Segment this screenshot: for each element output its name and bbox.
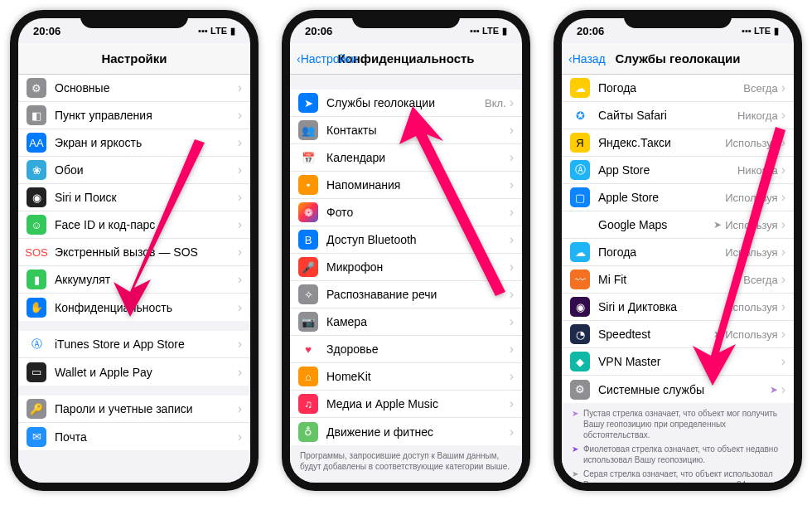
row-label: Apple Store xyxy=(598,191,725,204)
list-item[interactable]: ◧ Пункт управления › xyxy=(18,102,250,129)
phone-location: 20:06 ▪▪▪ LTE▮ ‹ Назад Службы геолокации… xyxy=(553,10,802,491)
footer-text: Программы, запросившие доступ к данным В… xyxy=(290,477,522,483)
location-arrow-icon: ➤ xyxy=(732,274,740,285)
row-label: Микрофон xyxy=(326,260,510,274)
row-label: Google Maps xyxy=(598,218,713,231)
app-icon: ◉ xyxy=(27,187,46,207)
list-item[interactable]: ➤ Службы геолокации Вкл.› xyxy=(290,90,522,117)
back-button[interactable]: ‹ Настройки xyxy=(297,52,357,66)
list-item[interactable]: ◨ Google Maps ➤Используя› xyxy=(562,211,794,239)
row-label: Медиа и Apple Music xyxy=(326,397,510,410)
list-item[interactable]: ♥ Здоровье › xyxy=(290,336,522,363)
row-label: Пароли и учетные записи xyxy=(55,402,238,415)
chevron-right-icon: › xyxy=(510,150,514,165)
list-item[interactable]: ☁ Погода Используя› xyxy=(562,239,794,266)
chevron-right-icon: › xyxy=(238,245,242,260)
list-item[interactable]: ⌂ HomeKit › xyxy=(290,363,522,391)
list-item[interactable]: ◆ VPN Master › xyxy=(562,348,794,376)
app-icon: ♥ xyxy=(298,339,318,359)
chevron-right-icon: › xyxy=(510,177,514,192)
row-value: Используя xyxy=(725,219,777,231)
list-item[interactable]: ⚙ Системные службы ➤› xyxy=(562,376,794,403)
list-item[interactable]: ☁ Погода Всегда› xyxy=(562,75,794,102)
list-item[interactable]: ▮ Аккумулят › xyxy=(18,266,250,294)
chevron-right-icon: › xyxy=(238,272,242,287)
list-item[interactable]: ✪ Сайты Safari Никогда› xyxy=(562,102,794,129)
notch xyxy=(624,10,732,28)
list-item[interactable]: ▭ Wallet и Apple Pay › xyxy=(18,358,250,386)
chevron-right-icon: › xyxy=(238,300,242,315)
row-label: Пункт управления xyxy=(55,109,238,122)
chevron-right-icon: › xyxy=(510,396,514,411)
row-value: Всегда xyxy=(743,82,777,95)
chevron-right-icon: › xyxy=(238,365,242,380)
time: 20:06 xyxy=(305,25,332,37)
list-item[interactable]: ✋ Конфиденциальность › xyxy=(18,294,250,321)
chevron-right-icon: › xyxy=(781,272,785,287)
app-icon: ♫ xyxy=(298,394,318,414)
list-item[interactable]: ❀ Обои › xyxy=(18,157,250,184)
privacy-list[interactable]: ➤ Службы геолокации Вкл.› 👥 Контакты › 📅… xyxy=(290,75,522,483)
list-item[interactable]: ⚙ Основные › xyxy=(18,75,250,102)
app-icon: ☺ xyxy=(27,215,46,235)
list-item[interactable]: Я Яндекс.Такси Используя› xyxy=(562,129,794,157)
app-icon: ✧ xyxy=(298,284,318,304)
app-icon: 👥 xyxy=(298,120,318,140)
chevron-right-icon: › xyxy=(781,327,785,342)
back-button[interactable]: ‹ Назад xyxy=(568,52,606,66)
list-item[interactable]: ☺ Face ID и код-парс › xyxy=(18,211,250,239)
chevron-right-icon: › xyxy=(510,95,514,110)
chevron-right-icon: › xyxy=(781,80,785,95)
settings-list[interactable]: ⚙ Основные › ◧ Пункт управления › AA Экр… xyxy=(18,75,250,483)
row-label: Фото xyxy=(326,206,510,219)
app-icon: 🎤 xyxy=(298,257,318,277)
list-item[interactable]: 👥 Контакты › xyxy=(290,117,522,144)
row-label: Основные xyxy=(55,81,238,95)
row-label: Камера xyxy=(326,315,510,328)
list-item[interactable]: ♫ Медиа и Apple Music › xyxy=(290,391,522,418)
list-item[interactable]: ✉ Почта › xyxy=(18,423,250,450)
list-item[interactable]: AA Экран и яркость › xyxy=(18,129,250,157)
row-label: Распознавание речи xyxy=(326,288,510,301)
notch xyxy=(80,10,188,28)
row-label: Движение и фитнес xyxy=(326,425,510,439)
chevron-right-icon: › xyxy=(238,190,242,205)
list-item[interactable]: 〰 Mi Fit ➤Всегда› xyxy=(562,266,794,294)
app-icon: ♁ xyxy=(298,422,318,442)
list-item[interactable]: SOS Экстренный вызов — SOS › xyxy=(18,239,250,266)
list-item[interactable]: ◉ Siri и Поиск › xyxy=(18,184,250,211)
list-item[interactable]: B Доступ Bluetooth › xyxy=(290,226,522,254)
app-icon: ◨ xyxy=(570,215,590,235)
chevron-right-icon: › xyxy=(781,354,785,369)
list-item[interactable]: ❁ Фото › xyxy=(290,199,522,226)
row-label: VPN Master xyxy=(598,355,781,368)
navbar: Настройки xyxy=(18,43,250,75)
footer-text: Программы, запросившие доступ к Вашим да… xyxy=(290,445,522,477)
page-title: Конфиденциальность xyxy=(337,51,474,66)
list-item[interactable]: ✧ Распознавание речи › xyxy=(290,281,522,308)
list-item[interactable]: • Напоминания › xyxy=(290,172,522,199)
list-item[interactable]: Ⓐ App Store Никогда› xyxy=(562,157,794,184)
navbar: ‹ Настройки Конфиденциальность xyxy=(290,43,522,75)
list-item[interactable]: Ⓐ iTunes Store и App Store › xyxy=(18,331,250,358)
row-label: Wallet и Apple Pay xyxy=(55,366,238,379)
chevron-right-icon: › xyxy=(781,382,785,397)
row-label: Speedtest xyxy=(598,328,713,341)
location-arrow-icon: ➤ xyxy=(770,384,778,396)
app-icon: ❁ xyxy=(298,202,318,222)
location-list[interactable]: ☁ Погода Всегда› ✪ Сайты Safari Никогда›… xyxy=(562,75,794,483)
list-item[interactable]: 🔑 Пароли и учетные записи › xyxy=(18,396,250,423)
list-item[interactable]: 🎤 Микрофон › xyxy=(290,254,522,281)
list-item[interactable]: 📅 Календари › xyxy=(290,144,522,172)
row-value: Используя xyxy=(725,246,777,259)
row-value: Всегда xyxy=(743,274,777,286)
list-item[interactable]: ♁ Движение и фитнес › xyxy=(290,418,522,445)
app-icon: Ⓐ xyxy=(27,334,46,354)
list-item[interactable]: ◉ Siri и Диктовка Используя› xyxy=(562,294,794,321)
app-icon: ◔ xyxy=(570,324,590,344)
list-item[interactable]: ▢ Apple Store Используя› xyxy=(562,184,794,211)
status-right: ▪▪▪ LTE▮ xyxy=(470,26,507,36)
list-item[interactable]: 📷 Камера › xyxy=(290,308,522,336)
list-item[interactable]: ◔ Speedtest ➤Используя› xyxy=(562,321,794,348)
app-icon: 📷 xyxy=(298,312,318,332)
